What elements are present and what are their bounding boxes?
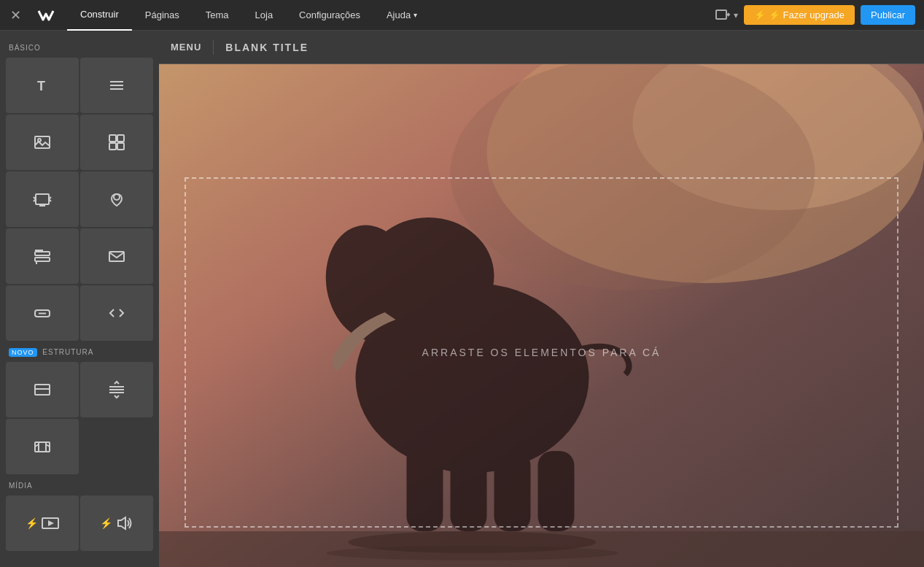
svg-point-43 [349, 531, 597, 553]
svg-marker-29 [48, 520, 54, 526]
svg-rect-11 [36, 194, 49, 204]
main-area: BÁSICO T [0, 31, 924, 567]
widget-map[interactable] [80, 171, 153, 227]
widget-mail[interactable] [80, 228, 153, 284]
svg-rect-9 [109, 143, 116, 150]
midia-widget-grid: ⚡ ⚡ [0, 493, 159, 554]
sidebar: BÁSICO T [0, 31, 159, 567]
tab-construir[interactable]: Construir [67, 0, 132, 31]
device-arrow: ▾ [734, 10, 738, 20]
widget-audio[interactable]: ⚡ [80, 495, 153, 551]
widget-code[interactable] [80, 285, 153, 341]
svg-rect-7 [109, 135, 116, 142]
chevron-down-icon: ▾ [414, 11, 417, 19]
widget-gallery[interactable] [80, 115, 153, 170]
widget-image[interactable] [6, 115, 79, 170]
section-label-estrutura: NOVO ESTRUTURA [0, 344, 159, 359]
section-label-basico: BÁSICO [0, 39, 159, 55]
canvas-header: MENU BLANK TITLE [159, 31, 924, 64]
svg-rect-25 [35, 442, 50, 452]
top-navigation: ✕ Construir Páginas Tema Loja Configuraç… [0, 0, 924, 31]
right-actions: ▾ ⚡ ⚡ Fazer upgrade Publicar [715, 5, 924, 25]
widget-embed[interactable] [6, 419, 79, 474]
tab-loja[interactable]: Loja [242, 0, 287, 31]
canvas-area: MENU BLANK TITLE [159, 31, 924, 567]
tab-tema[interactable]: Tema [193, 0, 242, 31]
estrutura-widget-grid [0, 359, 159, 477]
svg-marker-30 [118, 517, 125, 529]
device-preview-icon[interactable]: ▾ [715, 7, 738, 23]
tab-configuracoes[interactable]: Configurações [286, 0, 373, 31]
widget-slideshow[interactable] [6, 171, 79, 227]
tab-paginas[interactable]: Páginas [132, 0, 193, 31]
drop-zone[interactable]: ARRASTE OS ELEMENTOS PARA CÁ [185, 177, 898, 528]
weebly-logo[interactable] [31, 0, 61, 31]
basico-widget-grid: T [0, 55, 159, 344]
svg-text:T: T [37, 79, 45, 93]
page-title: BLANK TITLE [225, 42, 308, 53]
menu-label: MENU [171, 42, 201, 53]
widget-divider[interactable] [80, 362, 153, 417]
upgrade-lightning-icon: ⚡ [754, 9, 766, 20]
svg-rect-14 [35, 252, 50, 255]
widget-text[interactable]: T [6, 58, 79, 113]
close-button[interactable]: ✕ [0, 0, 31, 31]
svg-rect-10 [117, 143, 124, 150]
widget-menu[interactable] [80, 58, 153, 113]
svg-rect-0 [716, 10, 726, 19]
publish-button[interactable]: Publicar [861, 5, 915, 25]
tab-ajuda[interactable]: Ajuda ▾ [373, 0, 430, 31]
svg-rect-42 [159, 531, 924, 567]
nav-tabs: Construir Páginas Tema Loja Configuraçõe… [67, 0, 430, 30]
canvas-background: ARRASTE OS ELEMENTOS PARA CÁ [159, 64, 924, 567]
section-label-midia: MÍDIA [0, 477, 159, 493]
lightning-icon-2: ⚡ [100, 517, 112, 529]
svg-point-44 [327, 546, 618, 560]
badge-novo: NOVO [9, 348, 37, 357]
widget-section[interactable] [6, 362, 79, 417]
svg-rect-8 [117, 135, 124, 142]
widget-video[interactable]: ⚡ [6, 495, 79, 551]
header-separator [213, 40, 214, 55]
widget-form[interactable] [6, 228, 79, 284]
drop-zone-text: ARRASTE OS ELEMENTOS PARA CÁ [422, 347, 661, 358]
widget-button[interactable] [6, 285, 79, 341]
upgrade-button[interactable]: ⚡ ⚡ Fazer upgrade [744, 5, 855, 25]
lightning-icon: ⚡ [26, 517, 38, 529]
